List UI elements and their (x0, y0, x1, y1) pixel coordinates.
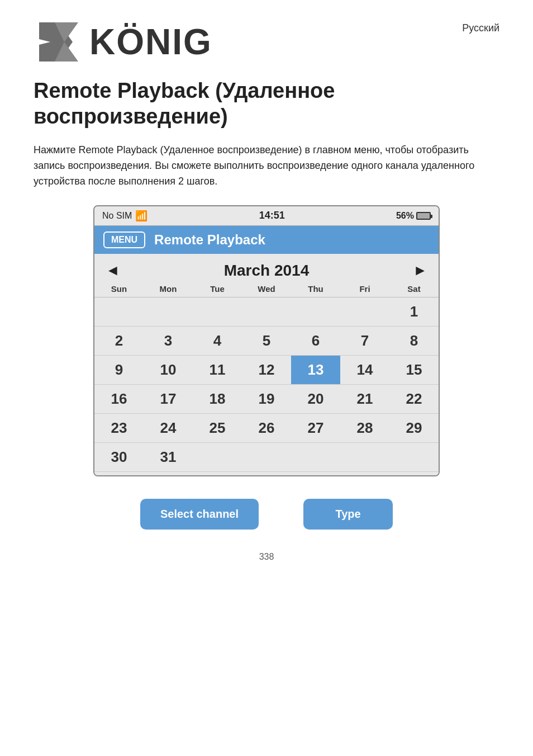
calendar-week-row: 2345678 (94, 326, 439, 355)
calendar-day[interactable]: 13 (291, 355, 340, 384)
calendar-day-header: Thu (291, 282, 340, 297)
battery-percent: 56% (396, 211, 414, 221)
calendar-day[interactable]: 12 (242, 355, 291, 384)
description-text: Нажмите Remote Playback (Удаленное воспр… (34, 143, 499, 190)
calendar-day[interactable]: 6 (291, 326, 340, 355)
status-bar: No SIM 📶 14:51 56% (94, 206, 439, 226)
calendar-day-header: Tue (193, 282, 242, 297)
page-title: Remote Playback (Удаленное воспроизведен… (34, 78, 499, 129)
calendar-day[interactable]: 8 (389, 326, 439, 355)
type-button[interactable]: Type (303, 499, 393, 530)
calendar-day-header: Wed (242, 282, 291, 297)
calendar-day[interactable]: 11 (193, 355, 242, 384)
calendar-header-row: SunMonTueWedThuFriSat (94, 282, 439, 297)
calendar-day[interactable]: 27 (291, 413, 340, 442)
month-year-label: March 2014 (224, 262, 310, 280)
calendar-day[interactable]: 3 (144, 326, 193, 355)
buttons-row: Select channel Type (34, 499, 499, 530)
nav-bar: MENU Remote Playback (94, 226, 439, 254)
calendar-day[interactable]: 26 (242, 413, 291, 442)
calendar-day[interactable]: 2 (94, 326, 144, 355)
calendar-day (193, 442, 242, 471)
calendar-day[interactable]: 19 (242, 384, 291, 413)
wifi-icon: 📶 (135, 210, 147, 222)
calendar-day (242, 297, 291, 326)
calendar-day[interactable]: 16 (94, 384, 144, 413)
calendar-day (340, 297, 389, 326)
next-month-button[interactable]: ► (408, 262, 432, 279)
calendar-week-row: 9101112131415 (94, 355, 439, 384)
calendar-day[interactable]: 5 (242, 326, 291, 355)
calendar-day[interactable]: 28 (340, 413, 389, 442)
calendar-day[interactable]: 29 (389, 413, 439, 442)
menu-button[interactable]: MENU (103, 231, 145, 248)
calendar-day[interactable]: 18 (193, 384, 242, 413)
calendar-day[interactable]: 25 (193, 413, 242, 442)
calendar-grid: SunMonTueWedThuFriSat 123456789101112131… (94, 282, 439, 472)
calendar-day (389, 442, 439, 471)
calendar-week-row: 23242526272829 (94, 413, 439, 442)
calendar-day[interactable]: 23 (94, 413, 144, 442)
battery-icon (416, 212, 431, 220)
status-right: 56% (396, 211, 431, 221)
calendar: ◄ March 2014 ► SunMonTueWedThuFriSat 123… (94, 254, 439, 475)
calendar-day[interactable]: 9 (94, 355, 144, 384)
calendar-body: 1234567891011121314151617181920212223242… (94, 297, 439, 471)
calendar-day-header: Sat (389, 282, 439, 297)
page-number: 338 (34, 552, 499, 562)
calendar-day[interactable]: 30 (94, 442, 144, 471)
calendar-week-row: 1 (94, 297, 439, 326)
calendar-header: ◄ March 2014 ► (94, 257, 439, 282)
calendar-day[interactable]: 7 (340, 326, 389, 355)
header: KÖNIG Русский (34, 17, 499, 67)
no-sim-label: No SIM (102, 211, 132, 221)
select-channel-button[interactable]: Select channel (140, 499, 259, 530)
calendar-day-header: Fri (340, 282, 389, 297)
calendar-day[interactable]: 22 (389, 384, 439, 413)
status-time: 14:51 (259, 210, 285, 221)
calendar-day (242, 442, 291, 471)
phone-frame: No SIM 📶 14:51 56% MENU Remote Playback … (93, 205, 440, 476)
calendar-day[interactable]: 1 (389, 297, 439, 326)
calendar-day[interactable]: 20 (291, 384, 340, 413)
status-left: No SIM 📶 (102, 210, 147, 222)
calendar-day[interactable]: 31 (144, 442, 193, 471)
calendar-day[interactable]: 24 (144, 413, 193, 442)
calendar-day[interactable]: 21 (340, 384, 389, 413)
nav-title: Remote Playback (154, 232, 265, 248)
calendar-day[interactable]: 4 (193, 326, 242, 355)
calendar-day-header: Sun (94, 282, 144, 297)
calendar-day (340, 442, 389, 471)
calendar-week-row: 16171819202122 (94, 384, 439, 413)
language-label: Русский (462, 22, 499, 34)
calendar-day[interactable]: 14 (340, 355, 389, 384)
logo-area: KÖNIG (34, 17, 212, 67)
calendar-day[interactable]: 17 (144, 384, 193, 413)
calendar-week-row: 3031 (94, 442, 439, 471)
calendar-day-header: Mon (144, 282, 193, 297)
calendar-day (291, 442, 340, 471)
calendar-day (144, 297, 193, 326)
calendar-day (291, 297, 340, 326)
logo-text: KÖNIG (89, 21, 212, 63)
calendar-day[interactable]: 10 (144, 355, 193, 384)
calendar-day[interactable]: 15 (389, 355, 439, 384)
page: KÖNIG Русский Remote Playback (Удаленное… (0, 0, 533, 756)
calendar-day (193, 297, 242, 326)
konig-logo-icon (34, 17, 84, 67)
prev-month-button[interactable]: ◄ (101, 262, 125, 279)
calendar-day (94, 297, 144, 326)
